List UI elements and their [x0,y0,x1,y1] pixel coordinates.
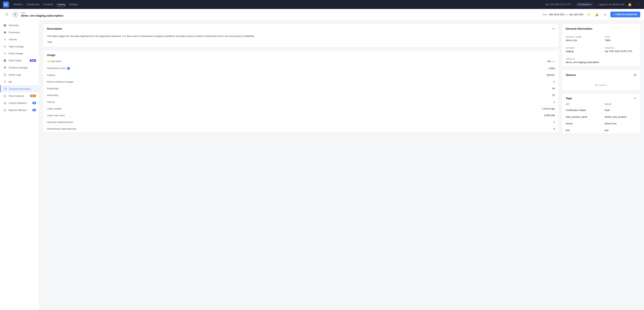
sidebar-item-volume[interactable]: ↗ Volume [0,36,39,43]
upstream-value: 1 [554,121,555,124]
table-id-label: TABLE ID [566,58,636,60]
gi-table-id: TABLE ID demo_env:staging.subscription [562,55,640,66]
chevron-down-icon: ▾ [590,3,591,6]
nav-incidents[interactable]: Incidents [43,2,53,7]
reports-affected-icon: ◎ [3,108,7,112]
type-label: TYPE [605,36,636,38]
sidebar-item-field-profile[interactable]: ▦ Field Profile Beta [0,57,39,64]
sidebar-item-general-information[interactable]: ⊟ General Information [0,85,39,92]
reads-label: Reads/day [47,87,58,90]
sidebar-item-dbt[interactable]: ✕ dbt [0,78,39,85]
sidebar-item-reports-affected[interactable]: ◎ Reports Affected 6 [0,107,39,114]
create-monitor-button[interactable]: + CREATE MONITOR [610,11,640,17]
sidebar-item-table-lineage[interactable]: ⇌ Table Lineage [0,43,39,50]
dbt-icon: ✕ [3,80,7,83]
description-text: This table stages the raw data ingested … [47,34,555,38]
content-area: Description ✏ This table stages the raw … [39,20,644,310]
importance-info-icon[interactable]: i [67,67,70,70]
usage-row-schema-changes: Recent schema changes 2 [43,79,558,85]
created-label: CREATED [605,47,636,49]
usage-row-writes: Writes/day 23 [43,92,558,99]
tags-title: Tags [566,97,572,100]
usage-row-latest-update: Latest update 2 hours ago [43,105,558,112]
breadcrumb-type: table [21,12,63,14]
usage-row-upstream: Upstream dependencies 1 [43,119,558,126]
tags-header: Tags ✏ [562,93,640,102]
sidebar-item-freshness[interactable]: ◉ Freshness [0,29,39,36]
tags-edit-button[interactable]: ✏ [634,96,636,100]
authors-label: Authors [47,74,55,76]
sidebar-label-freshness: Freshness [8,31,36,34]
type-value: Table [605,39,636,42]
sidebar-label-reports-affected: Reports Affected [8,109,30,112]
gi-type: TYPE Table [601,33,640,44]
dataset-label: DATASET [566,47,597,49]
separator: | [573,3,574,6]
tags-table: Key Value Certification Status Gold data… [562,102,640,134]
general-info-icon: ⊟ [4,87,7,90]
users-label: User(s) [47,101,55,103]
user-icon[interactable]: ⬚ [635,1,641,7]
sidebar-item-custom-monitors[interactable]: ◎ Custom Monitors 8 [0,99,39,107]
usage-row-authors: Authors EPOST [43,72,558,79]
description-sign: -hey! [47,40,555,43]
tags-col-value: Value [601,102,640,107]
nav-right: Apr 12th 2023 21:57 UTC | All domains ▾ … [545,1,641,7]
row-count-label: Latest row count [47,114,65,117]
past-incidents-badge: 10+ [30,95,36,97]
usage-row-key-asset: ⭐ Key Asset Yes ✏ [43,58,558,65]
sidebar-label-table-lineage: Table Lineage [8,45,36,48]
writes-label: Writes/day [47,94,58,97]
usage-row-downstream: Downstream dependencies 6 [43,126,558,132]
sidebar-item-field-lineage[interactable]: ≡ Field Lineage [0,50,39,57]
add-owner-button[interactable]: ⊕ [634,73,636,77]
sidebar-label-summary: Summary [8,24,36,27]
separator2: | [596,3,596,6]
custom-monitors-icon: ◎ [3,101,7,105]
nav-settings[interactable]: Settings [69,2,78,7]
general-info-grid: PROJECT NAME demo_env TYPE Table DATASET… [562,33,640,66]
schema-changes-value: 2 [554,80,555,83]
key-asset-edit-button[interactable]: ✏ [552,60,555,63]
alert-icon[interactable]: 🔔 [594,11,600,17]
tags-row: test test [562,127,640,134]
right-panel: General Information PROJECT NAME demo_en… [562,24,640,306]
nav-monitors[interactable]: Monitors [14,2,23,7]
project-name-label: PROJECT NAME [566,36,597,38]
field-profile-icon: ▦ [3,59,7,62]
sidebar-item-schema-changes[interactable]: ⊞ Schema Changes [0,64,39,71]
sidebar-label-field-lineage: Field Lineage [8,52,36,55]
table-icon: T [12,11,19,18]
star-icon[interactable]: ★ [586,11,592,17]
sidebar-label-custom-monitors: Custom Monitors [8,102,30,104]
general-info-title: General Information [562,24,640,33]
tag-value: test [601,127,640,134]
reports-affected-badge: 6 [32,109,36,111]
nav-catalog[interactable]: Catalog [57,2,65,7]
tag-key: test [562,127,601,134]
tags-row: Owner Ethan Post [562,120,640,127]
date-range: Date: Mar 22nd 2023 to Apr 12th 2023 [542,13,584,16]
description-edit-button[interactable]: ✏ [552,27,555,31]
breadcrumb-bar: ☰ T table demo_env:staging.subscription … [0,9,644,20]
notifications-icon[interactable]: 🔔 [627,1,633,7]
sidebar-item-query-logs[interactable]: ◫ Query Logs [0,71,39,78]
tag-key: Certification Status [562,107,601,114]
owners-header: Owners ⊕ [562,70,640,80]
domain-selector[interactable]: All domains ▾ [576,2,593,6]
volume-icon: ↗ [3,38,7,41]
nav-dashboards[interactable]: Dashboards [26,2,40,7]
owners-card: Owners ⊕ No owners [562,70,640,90]
latest-update-label: Latest update [47,107,62,110]
tags-row: data_product_name shohei_test_product [562,114,640,120]
sidebar: ▦ Summary ◉ Freshness ↗ Volume ⇌ Table L… [0,20,39,310]
breadcrumb-left: ☰ T table demo_env:staging.subscription [4,11,63,18]
dataset-value: staging [566,50,597,53]
share-icon[interactable]: ⇄ [602,11,608,17]
hamburger-icon[interactable]: ☰ [4,11,10,17]
usage-rows: ⭐ Key Asset Yes ✏ Importance score i 0.9… [43,58,558,132]
sidebar-item-past-incidents[interactable]: ◫ Past Incidents 10+ [0,92,39,99]
importance-label: Importance score i [47,67,70,70]
sidebar-item-summary[interactable]: ▦ Summary [0,22,39,29]
upstream-label: Upstream dependencies [47,121,73,124]
